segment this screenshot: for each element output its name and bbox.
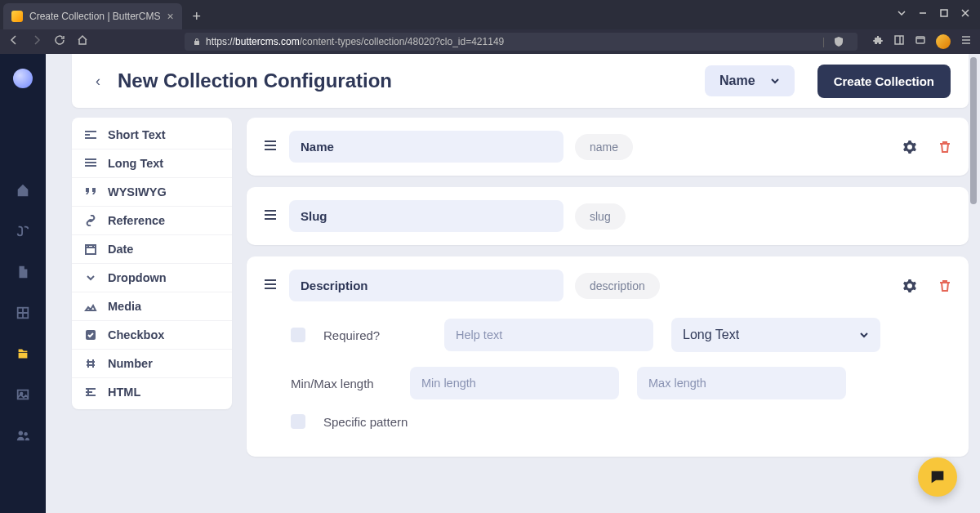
drag-handle-icon[interactable] <box>263 139 278 155</box>
required-label: Required? <box>323 328 389 342</box>
extensions-icon[interactable] <box>872 34 884 49</box>
scrollbar[interactable] <box>970 54 978 513</box>
minmax-label: Min/Max length <box>291 377 392 390</box>
checkbox-icon <box>83 329 98 341</box>
name-dropdown[interactable]: Name <box>705 65 795 96</box>
nav-back-icon[interactable] <box>8 34 20 49</box>
create-collection-button[interactable]: Create Collection <box>817 65 951 98</box>
palette-media[interactable]: Media <box>72 292 232 321</box>
field-name-input[interactable]: Slug <box>289 200 564 232</box>
palette-number[interactable]: Number <box>72 350 232 378</box>
svg-point-7 <box>19 431 23 435</box>
palette-long-text[interactable]: Long Text <box>72 149 232 178</box>
new-tab-button[interactable]: + <box>187 7 207 26</box>
palette-checkbox[interactable]: Checkbox <box>72 321 232 350</box>
help-text-input[interactable]: Help text <box>444 319 653 351</box>
tab-close-icon[interactable]: × <box>167 10 174 23</box>
palette-reference[interactable]: Reference <box>72 207 232 235</box>
rail-home-icon[interactable] <box>16 183 30 201</box>
required-checkbox[interactable] <box>291 328 305 342</box>
lock-icon <box>193 38 201 46</box>
svg-rect-0 <box>941 10 947 16</box>
page-header: ‹ New Collection Configuration Name Crea… <box>72 54 969 108</box>
field-name-input[interactable]: Description <box>289 270 564 301</box>
svg-rect-2 <box>895 36 903 44</box>
scrollbar-thumb[interactable] <box>970 57 977 204</box>
field-card-slug: Slug slug <box>247 187 969 245</box>
svg-rect-3 <box>916 37 924 43</box>
menu-icon[interactable] <box>960 34 972 49</box>
long-text-icon <box>83 158 98 169</box>
rail-blog-icon[interactable] <box>16 224 30 242</box>
side-rail <box>0 54 46 513</box>
html-icon <box>83 386 98 398</box>
svg-rect-9 <box>86 245 96 254</box>
window-close-icon[interactable] <box>960 7 970 21</box>
trash-icon[interactable] <box>938 140 952 154</box>
field-card-description: Description description Required? Help t… <box>247 256 969 457</box>
nav-reload-icon[interactable] <box>54 34 65 49</box>
image-icon <box>83 301 98 312</box>
page-title: New Collection Configuration <box>118 69 392 92</box>
min-length-input[interactable]: Min length <box>410 367 619 399</box>
sidepanel-icon[interactable] <box>893 34 905 49</box>
shield-icon[interactable] <box>833 36 844 47</box>
hash-icon <box>83 358 98 369</box>
window-dropdown-icon[interactable] <box>897 7 906 21</box>
field-slug-badge: name <box>575 134 633 160</box>
rail-media-icon[interactable] <box>16 387 30 405</box>
quote-icon <box>83 186 98 198</box>
url-text: https://buttercms.com/content-types/coll… <box>206 36 504 47</box>
calendar-icon <box>83 243 98 255</box>
rail-users-icon[interactable] <box>16 428 30 446</box>
trash-icon[interactable] <box>938 279 952 293</box>
max-length-input[interactable]: Max length <box>637 367 846 399</box>
drag-handle-icon[interactable] <box>263 278 278 294</box>
window-minimize-icon[interactable] <box>918 7 928 21</box>
chat-icon <box>929 468 947 486</box>
field-type-palette: Short Text Long Text WYSIWYG Reference D… <box>72 118 232 409</box>
rail-grid-icon[interactable] <box>16 306 30 323</box>
chevron-down-icon <box>770 76 780 86</box>
browser-tab[interactable]: Create Collection | ButterCMS × <box>3 3 182 29</box>
chat-fab-button[interactable] <box>918 457 957 497</box>
nav-forward-icon <box>31 34 42 49</box>
tab-title: Create Collection | ButterCMS <box>29 11 161 22</box>
app-logo[interactable] <box>13 69 33 88</box>
chevron-down-icon <box>83 272 98 283</box>
short-text-icon <box>83 129 98 141</box>
field-card-name: Name name <box>247 118 969 176</box>
field-builder: Name name Slug slug <box>247 118 969 457</box>
rail-collections-icon[interactable] <box>16 346 30 364</box>
gear-icon[interactable] <box>902 139 918 155</box>
chevron-down-icon <box>859 330 869 340</box>
palette-date[interactable]: Date <box>72 235 232 264</box>
field-slug-badge: slug <box>575 203 626 230</box>
palette-dropdown[interactable]: Dropdown <box>72 264 232 292</box>
palette-html[interactable]: HTML <box>72 378 232 406</box>
address-bar[interactable]: https://buttercms.com/content-types/coll… <box>185 33 858 51</box>
window-maximize-icon[interactable] <box>939 7 949 21</box>
palette-wysiwyg[interactable]: WYSIWYG <box>72 178 232 207</box>
rail-pages-icon[interactable] <box>16 265 30 283</box>
profile-avatar[interactable] <box>936 34 951 49</box>
app-window-icon[interactable] <box>915 34 926 49</box>
gear-icon[interactable] <box>902 278 918 294</box>
field-type-select[interactable]: Long Text <box>671 318 880 352</box>
drag-handle-icon[interactable] <box>263 208 278 225</box>
back-button[interactable]: ‹ <box>90 73 106 90</box>
field-name-input[interactable]: Name <box>289 131 564 163</box>
pattern-checkbox[interactable] <box>291 414 305 429</box>
svg-point-8 <box>24 432 27 436</box>
link-icon <box>83 215 98 226</box>
favicon-icon <box>11 11 23 22</box>
palette-short-text[interactable]: Short Text <box>72 121 232 149</box>
nav-home-icon[interactable] <box>77 34 88 49</box>
pattern-label: Specific pattern <box>323 415 438 429</box>
field-slug-badge: description <box>575 273 660 299</box>
